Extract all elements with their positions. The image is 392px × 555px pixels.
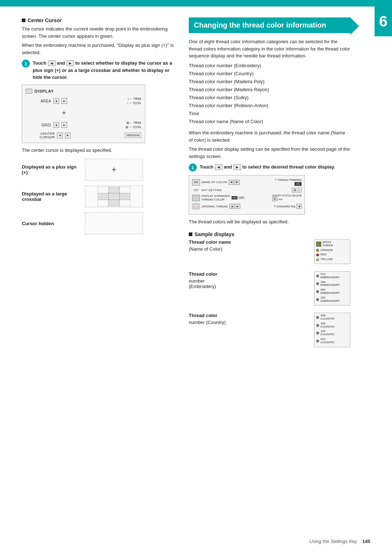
sample-country-display: 448COUNTRY 335COUNTRY 149COUNTRY 043COUN…	[314, 313, 350, 347]
cursor-example-crosshair: Displayed as a large crossbar	[22, 186, 178, 207]
dp2-row3: DISPLAY EXPANDED THREAD COLOR ON OFF SHO…	[192, 194, 302, 201]
emb-205-dot	[316, 298, 319, 301]
emb-205-label: 205EMBROIDERY	[320, 296, 340, 303]
area-right-btn[interactable]: ►	[61, 98, 67, 104]
dp2-name-arrows: ◄ ►	[229, 180, 240, 185]
embroidery-sublabel2: (Embroidery)	[189, 284, 308, 289]
color-orange: ORANGE	[316, 249, 348, 252]
dp2-name-right[interactable]: ►	[234, 180, 240, 185]
emb-515-label: 515EMBROIDERY	[320, 273, 340, 279]
left-step1-row: 1 Touch ◄ and ► to select whether to dis…	[22, 60, 178, 81]
dp2-standard-tail: ⊻ STANDARD TAIL ◄	[274, 204, 302, 209]
name-color-sublabel: (Name of Color)	[189, 246, 308, 252]
page-footer: Using the Settings Key 145	[309, 539, 370, 544]
center-cross-symbol: +	[62, 109, 141, 117]
dp2-icon4: ⬜	[192, 203, 200, 210]
cursor-right-btn[interactable]: ►	[65, 133, 71, 138]
list-item-8: Thread color name (Name of Color)	[189, 118, 350, 126]
panel-rows: AREA ◄ ► ↕← TRIM ↕→ TOTA + GRID ◄ ► ⊞	[26, 97, 141, 139]
right-column: Changing the thread color information On…	[189, 17, 370, 355]
color-moss-green: MOSSGREEN	[316, 241, 348, 247]
list-item-7: Time	[189, 110, 350, 118]
sample-embroidery-text: Thread color number (Embroidery)	[189, 271, 308, 289]
cursor-examples: Displayed as a plus sign (+) + Displayed…	[22, 159, 178, 234]
emb-208: 208EMBROIDERY	[316, 281, 348, 287]
emb-515-dot	[316, 275, 319, 278]
grid-right-btn[interactable]: ►	[61, 122, 67, 128]
emb-800: 800EMBROIDERY	[316, 288, 348, 295]
sample-title: Sample displays	[195, 231, 234, 237]
color-yellow: YELLOW	[316, 258, 348, 261]
left-step1-text: Touch ◄ and ► to select whether to displ…	[33, 60, 178, 81]
country-335-label: 335COUNTRY	[320, 322, 335, 329]
dp2-dst-setting: DST SETTING	[201, 189, 222, 192]
moss-green-swatch	[316, 242, 321, 247]
display-panel-2: #01 NAME OF COLOR ◄ ► ✂ THREAD TRIMMING …	[189, 175, 305, 215]
crosshair-label: Displayed as a large crossbar	[22, 191, 80, 202]
crosshair-grid	[98, 187, 130, 206]
sample-name-color: Thread color name (Name of Color) MOSSGR…	[189, 239, 350, 264]
dp2-orig-right[interactable]: ►	[235, 204, 240, 209]
country-149-label: 149COUNTRY	[320, 330, 335, 336]
trimming-icon: ✂	[275, 178, 277, 181]
dp2-icon3	[192, 195, 200, 201]
embroidery-sublabel: number	[189, 278, 308, 284]
red-dot	[316, 254, 319, 256]
right-left-arrow-btn[interactable]: ◄	[215, 164, 222, 170]
emb-208-label: 208EMBROIDERY	[320, 281, 340, 287]
dp2-icon1: #01	[192, 179, 200, 186]
right-step1-text: Touch ◄ and ► to select the desired thre…	[200, 163, 335, 171]
panel-title-bar: DISPLAY	[26, 89, 141, 94]
list-item-6: Thread color number (Robison-Anton)	[189, 102, 350, 110]
list-item-5: Thread color number (Sulky)	[189, 94, 350, 102]
left-arrow-btn[interactable]: ◄	[48, 60, 56, 66]
emb-800-label: 800EMBROIDERY	[320, 288, 340, 295]
plus-symbol: +	[112, 165, 117, 174]
dp2-on-btn[interactable]: ON	[294, 182, 302, 186]
right-right-arrow-btn[interactable]: ►	[233, 164, 241, 170]
country-043: 043COUNTRY	[316, 338, 348, 344]
dp2-short-stitch: SHORT STITCH DELETE ⊞ mm	[272, 194, 302, 201]
footer-text: Using the Settings Key	[309, 539, 357, 544]
embroidery-label: Thread color	[189, 271, 308, 277]
red-name: RED	[320, 253, 327, 256]
area-left-btn[interactable]: ◄	[53, 98, 59, 104]
cursor-left-btn[interactable]: ◄	[57, 133, 63, 138]
panel-area-row: AREA ◄ ► ↕← TRIM ↕→ TOTA	[26, 97, 141, 106]
name-color-label: Thread color name	[189, 239, 308, 245]
right-arrow-btn[interactable]: ►	[66, 60, 74, 66]
dp2-off[interactable]: OFF	[238, 196, 245, 199]
dp2-dst-box: ⊞—	[292, 188, 302, 193]
emb-515: 515EMBROIDERY	[316, 273, 348, 279]
country-448-dot	[316, 316, 319, 319]
panel-icon	[26, 89, 32, 94]
sample-section: Sample displays Thread color name (Name …	[189, 231, 350, 347]
chapter-number: 6	[379, 13, 387, 30]
tail-icon: ⊻	[274, 205, 275, 208]
dp2-right3: SHORT STITCH DELETE ⊞ mm	[272, 194, 302, 201]
dp2-right2: ⊞—	[292, 188, 302, 193]
dp2-tail-left[interactable]: ◄	[297, 204, 302, 209]
list-item-1: Thread color number (Embroidery)	[189, 62, 350, 70]
dp2-orig-left[interactable]: ◄	[229, 204, 234, 209]
list-item-3: Thread color number (Madeira Poly)	[189, 78, 350, 86]
dp2-on[interactable]: ON	[232, 196, 238, 199]
dp2-name-left[interactable]: ◄	[229, 180, 234, 185]
hidden-box	[85, 212, 143, 234]
dp2-right1: ✂ THREAD TRIMMING ON	[275, 178, 302, 186]
center-cursor-label: CENTER CURSOR	[26, 132, 55, 139]
right-step1-row: 1 Touch ◄ and ► to select the desired th…	[189, 163, 350, 171]
orange-name: ORANGE	[320, 249, 333, 252]
right-intro: One of eight thread color information ca…	[189, 38, 350, 60]
sample-country: Thread color number (Country) 448COUNTRY…	[189, 313, 350, 347]
center-cursor-title: Center Cursor	[28, 17, 62, 23]
right-heading: Changing the thread color information	[189, 17, 350, 33]
color-red: RED	[316, 253, 348, 256]
grid-left-btn[interactable]: ◄	[53, 122, 59, 128]
sample-country-text: Thread color number (Country)	[189, 313, 308, 325]
sample-embroidery-display: 515EMBROIDERY 208EMBROIDERY 800EMBROIDER…	[314, 271, 350, 305]
display-panel: DISPLAY AREA ◄ ► ↕← TRIM ↕→ TOTA + GRI	[22, 85, 145, 143]
grid-label: GRID	[26, 123, 51, 127]
page-number: 145	[362, 539, 370, 544]
dp2-display-expanded: DISPLAY EXPANDED THREAD COLOR	[201, 194, 230, 201]
